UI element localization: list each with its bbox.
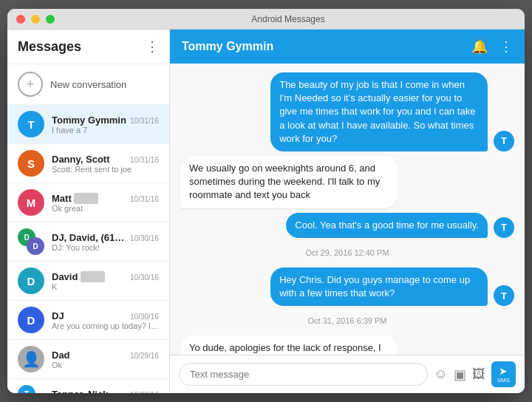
input-icons: ☺ ▣ 🖼: [434, 367, 485, 383]
conv-date: 10/31/16: [130, 117, 159, 125]
conv-name: Danny, Scott: [52, 154, 110, 165]
conv-item-tanner[interactable]: T N Tanner, Nick 10/29/16 Tanner: Ooooh …: [7, 379, 169, 393]
avatar: S: [18, 150, 44, 177]
conv-date: 10/31/16: [130, 156, 159, 164]
conv-name-row: DJ 10/30/16: [52, 310, 159, 321]
sidebar-header: Messages ⋮: [7, 30, 169, 64]
message-row: Hey Chris. Did you guys manage to come u…: [180, 268, 514, 306]
avatar: D: [27, 237, 44, 255]
conv-date: 10/29/16: [130, 352, 159, 360]
message-row: We usually go on weeknights around 6, an…: [180, 156, 514, 208]
conv-name: Tanner, Nick: [52, 389, 108, 394]
conversation-list: T Tommy Gymmin 10/31/16 I have a 7 S Dan…: [7, 105, 169, 393]
send-label: SMS: [497, 377, 510, 384]
chat-area: Tommy Gymmin 🔔 ⋮ The beauty of my job is…: [170, 30, 525, 393]
conv-info: DJ, David, (617) ... 10/30/16 DJ: You ro…: [52, 232, 159, 252]
chat-input-area: ☺ ▣ 🖼 ➤ SMS: [170, 355, 525, 393]
message-bubble: The beauty of my job is that I come in w…: [270, 72, 488, 151]
conv-info: Tommy Gymmin 10/31/16 I have a 7: [52, 115, 159, 134]
new-conv-label: New conversation: [50, 79, 126, 90]
conv-name-row: David 10/30/16: [52, 271, 159, 282]
message-row: Yo dude, apologies for the lack of respo…: [180, 335, 514, 355]
conv-info: DJ 10/30/16 Are you coming up today? I c…: [52, 310, 159, 330]
new-conv-plus-icon: +: [18, 72, 43, 97]
conv-name-row: Danny, Scott 10/31/16: [52, 154, 159, 165]
send-button[interactable]: ➤ SMS: [491, 361, 516, 387]
conv-info: David 10/30/16 K: [52, 271, 159, 291]
date-separator: Oct 29, 2016 12:40 PM: [180, 248, 514, 257]
conv-date: 10/30/16: [130, 234, 159, 242]
conv-preview: Are you coming up today? I c...: [52, 321, 159, 330]
conv-date: 10/30/16: [130, 313, 159, 321]
conv-info: Dad 10/29/16 Ok: [52, 350, 159, 369]
conv-item-danny[interactable]: S Danny, Scott 10/31/16 Scott: Rent sent…: [7, 144, 169, 183]
minimize-button[interactable]: [31, 15, 40, 24]
message-row: Cool. Yea that's a good time for me usua…: [180, 213, 514, 238]
conv-item-david[interactable]: D David 10/30/16 K: [7, 262, 169, 301]
conv-date: 10/30/16: [130, 273, 159, 282]
chat-header-icons: 🔔 ⋮: [471, 38, 513, 55]
gif-icon[interactable]: ▣: [454, 367, 466, 383]
send-arrow-icon: ➤: [499, 365, 508, 377]
conv-item-dj[interactable]: D DJ 10/30/16 Are you coming up today? I…: [7, 301, 169, 340]
conv-info: Danny, Scott 10/31/16 Scott: Rent sent t…: [52, 154, 159, 174]
conv-info: Tanner, Nick 10/29/16 Tanner: Ooooh :) v…: [52, 389, 159, 394]
chat-contact-name: Tommy Gymmin: [182, 40, 273, 53]
avatar-photo: 👤: [18, 346, 44, 372]
message-avatar: T: [494, 131, 514, 151]
conv-preview: Scott: Rent sent to joe: [52, 165, 159, 174]
chat-header: Tommy Gymmin 🔔 ⋮: [170, 30, 525, 64]
chat-input[interactable]: [179, 363, 428, 386]
conv-date: 10/29/16: [130, 391, 159, 394]
conv-date: 10/31/16: [130, 195, 159, 203]
message-avatar: T: [494, 217, 514, 238]
sidebar-menu-icon[interactable]: ⋮: [146, 38, 159, 55]
conv-name: Dad: [52, 350, 70, 361]
message-bubble: Hey Chris. Did you guys manage to come u…: [270, 268, 488, 306]
chat-menu-icon[interactable]: ⋮: [499, 38, 513, 55]
conv-item-dj_david[interactable]: D D DJ, David, (617) ... 10/30/16 DJ: Yo…: [7, 222, 169, 262]
notification-icon[interactable]: 🔔: [471, 38, 488, 55]
conv-preview: K: [52, 282, 159, 291]
conv-name-row: Tanner, Nick 10/29/16: [52, 389, 159, 394]
conv-preview: I have a 7: [52, 126, 159, 134]
close-button[interactable]: [16, 15, 25, 24]
avatar-multi: D D: [18, 228, 44, 255]
conv-preview: Ok: [52, 361, 159, 369]
app-body: Messages ⋮ + New conversation T Tommy Gy…: [7, 30, 525, 393]
sidebar-title: Messages: [18, 39, 81, 55]
emoji-icon[interactable]: ☺: [434, 367, 447, 382]
message-bubble: Yo dude, apologies for the lack of respo…: [180, 335, 398, 355]
new-conversation-button[interactable]: + New conversation: [7, 64, 169, 105]
conv-item-tommy[interactable]: T Tommy Gymmin 10/31/16 I have a 7: [7, 105, 169, 144]
conv-name: DJ, David, (617) ...: [52, 232, 127, 243]
message-bubble: We usually go on weeknights around 6, an…: [180, 156, 398, 208]
avatar: T: [18, 385, 35, 393]
conv-name: DJ: [52, 310, 64, 321]
conv-name: Tommy Gymmin: [52, 115, 126, 126]
message-avatar: T: [494, 285, 514, 306]
sidebar: Messages ⋮ + New conversation T Tommy Gy…: [7, 30, 170, 393]
message-row: The beauty of my job is that I come in w…: [180, 72, 514, 151]
conv-preview: DJ: You rock!: [52, 243, 159, 252]
avatar: D: [18, 268, 44, 294]
conv-name-row: Dad 10/29/16: [52, 350, 159, 361]
conv-info: Matt 10/31/16 Ok great: [52, 193, 159, 213]
avatar: M: [18, 189, 44, 216]
conv-item-matt[interactable]: M Matt 10/31/16 Ok great: [7, 183, 169, 222]
conv-name: David: [52, 271, 105, 282]
maximize-button[interactable]: [46, 15, 55, 24]
conv-name: Matt: [52, 193, 98, 204]
chat-messages: The beauty of my job is that I come in w…: [170, 64, 525, 355]
image-icon[interactable]: 🖼: [472, 367, 485, 382]
date-separator: Oct 31, 2016 6:39 PM: [180, 316, 514, 325]
window-title: Android Messages: [61, 14, 516, 24]
app-window: Android Messages Messages ⋮ + New conver…: [7, 9, 525, 393]
message-bubble: Cool. Yea that's a good time for me usua…: [286, 213, 488, 238]
titlebar: Android Messages: [7, 9, 525, 30]
conv-name-row: Tommy Gymmin 10/31/16: [52, 115, 159, 126]
conv-name-row: Matt 10/31/16: [52, 193, 159, 204]
avatar: T: [18, 111, 44, 137]
conv-preview: Ok great: [52, 204, 159, 213]
conv-item-dad[interactable]: 👤 Dad 10/29/16 Ok: [7, 340, 169, 379]
